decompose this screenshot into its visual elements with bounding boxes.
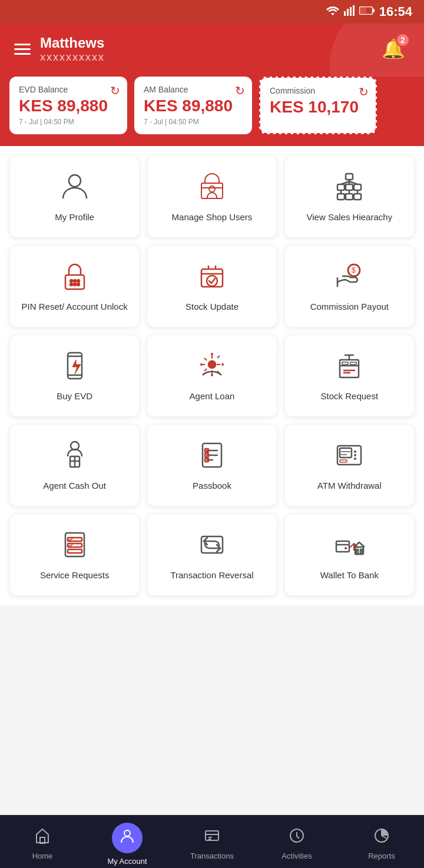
agent-cash-out-label: Agent Cash Out [43, 480, 106, 492]
menu-item-atm-withdrawal[interactable]: ATM Withdrawal [284, 424, 415, 506]
menu-item-buy-evd[interactable]: Buy EVD [9, 334, 140, 417]
notification-button[interactable]: 🔔 2 [377, 33, 410, 65]
svg-point-9 [209, 186, 215, 192]
svg-rect-1 [347, 9, 349, 16]
buy-evd-label: Buy EVD [57, 390, 92, 402]
evd-balance-label: EVD Balance [19, 85, 118, 94]
svg-rect-13 [346, 184, 353, 190]
balance-row: EVD Balance KES 89,880 7 - Jul | 04:50 P… [0, 77, 424, 146]
signal-icon [344, 5, 355, 19]
menu-item-transaction-reversal[interactable]: Transaction Reversal [147, 513, 277, 596]
stock-update-label: Stock Update [186, 301, 238, 313]
header: Matthews xxxxxxxxxx 🔔 2 [0, 24, 424, 77]
loan-icon [196, 349, 228, 382]
reversal-icon [196, 528, 228, 561]
passbook-icon [196, 439, 228, 472]
hamburger-menu[interactable] [14, 44, 31, 55]
svg-rect-67 [340, 460, 347, 462]
commission-refresh-button[interactable]: ↻ [359, 85, 369, 99]
svg-point-42 [200, 363, 203, 366]
evd-balance-card[interactable]: EVD Balance KES 89,880 7 - Jul | 04:50 P… [9, 77, 127, 134]
svg-text:$: $ [352, 266, 356, 274]
svg-point-29 [74, 283, 76, 286]
svg-rect-6 [360, 8, 366, 14]
svg-rect-3 [353, 5, 355, 16]
menu-item-manage-shop-users[interactable]: Manage Shop Users [147, 155, 277, 238]
svg-point-66 [354, 458, 356, 460]
svg-rect-81 [206, 831, 218, 840]
svg-point-26 [74, 280, 76, 282]
service-requests-label: Service Requests [40, 569, 110, 581]
agent-loan-label: Agent Loan [190, 390, 235, 402]
svg-point-41 [211, 374, 213, 376]
nav-label-transactions: Transactions [190, 852, 234, 860]
notification-badge: 2 [396, 33, 410, 47]
commission-balance-card[interactable]: Commission KES 10,170 ↻ [259, 77, 377, 134]
svg-rect-2 [350, 7, 352, 16]
menu-item-service-requests[interactable]: Service Requests [9, 513, 140, 596]
svg-point-65 [354, 454, 356, 456]
svg-rect-31 [201, 269, 223, 287]
nav-item-home[interactable]: Home [0, 815, 85, 868]
nav-item-reports[interactable]: Reports [339, 815, 424, 868]
account-icon [119, 827, 135, 848]
passbook-label: Passbook [193, 480, 231, 492]
nav-item-my-account[interactable]: My Account [85, 815, 170, 868]
svg-rect-8 [201, 183, 223, 198]
manage-shop-users-label: Manage Shop Users [172, 211, 253, 223]
menu-item-wallet-to-bank[interactable]: Wallet To Bank [284, 513, 415, 596]
bottom-navigation: Home My Account Transactions [0, 815, 424, 868]
time-display: 16:54 [379, 4, 412, 19]
menu-item-my-profile[interactable]: My Profile [9, 155, 140, 238]
svg-rect-73 [336, 541, 349, 552]
am-balance-amount: KES 89,880 [144, 97, 243, 115]
service-icon [58, 528, 91, 561]
svg-rect-78 [360, 549, 362, 554]
menu-item-passbook[interactable]: Passbook [147, 424, 277, 506]
svg-rect-61 [340, 448, 352, 458]
stock-request-icon [333, 349, 366, 382]
status-icons: 16:54 [326, 4, 412, 19]
battery-icon [359, 6, 375, 17]
atm-withdrawal-label: ATM Withdrawal [317, 480, 382, 492]
evd-balance-amount: KES 89,880 [19, 97, 118, 115]
menu-item-agent-loan[interactable]: Agent Loan [147, 334, 277, 417]
menu-item-agent-cash-out[interactable]: Agent Cash Out [9, 424, 140, 506]
stock-request-label: Stock Request [321, 390, 379, 402]
main-content: My Profile Manage Shop Users [0, 146, 424, 658]
svg-point-25 [70, 280, 72, 282]
nav-label-home: Home [32, 852, 53, 860]
evd-refresh-button[interactable]: ↻ [110, 84, 120, 98]
am-balance-card[interactable]: AM Balance KES 89,880 7 - Jul | 04:50 PM… [134, 77, 252, 134]
svg-rect-47 [342, 362, 348, 365]
svg-point-7 [69, 175, 81, 187]
transactions-icon [204, 827, 220, 848]
commission-payout-label: Commission Payout [310, 301, 389, 313]
svg-rect-19 [346, 194, 353, 200]
cash-out-icon [58, 439, 91, 472]
menu-item-stock-update[interactable]: Stock Update [147, 245, 277, 327]
nav-item-activities[interactable]: Activities [254, 815, 339, 868]
menu-item-commission-payout[interactable]: $ Commission Payout [284, 245, 415, 327]
menu-item-stock-request[interactable]: Stock Request [284, 334, 415, 417]
buy-evd-icon [58, 349, 91, 382]
menu-item-view-sales-hierarchy[interactable]: View Sales Hiearachy [284, 155, 415, 238]
shop-users-icon [196, 170, 228, 203]
status-bar: 16:54 [0, 0, 424, 24]
am-refresh-button[interactable]: ↻ [235, 84, 245, 98]
evd-balance-date: 7 - Jul | 04:50 PM [19, 118, 118, 126]
svg-point-64 [354, 450, 356, 453]
am-balance-date: 7 - Jul | 04:50 PM [144, 118, 243, 126]
nav-item-transactions[interactable]: Transactions [170, 815, 254, 868]
svg-point-28 [70, 283, 72, 286]
svg-rect-71 [68, 549, 82, 553]
nav-label-activities: Activities [281, 852, 312, 860]
view-sales-hierarchy-label: View Sales Hiearachy [307, 211, 393, 223]
commission-label: Commission [270, 86, 366, 95]
menu-item-pin-reset[interactable]: PIN Reset/ Account Unlock [9, 245, 140, 327]
svg-point-74 [344, 547, 347, 549]
am-balance-label: AM Balance [144, 85, 243, 94]
username: Matthews [40, 35, 105, 51]
transaction-reversal-label: Transaction Reversal [170, 569, 253, 581]
svg-point-32 [207, 276, 217, 286]
